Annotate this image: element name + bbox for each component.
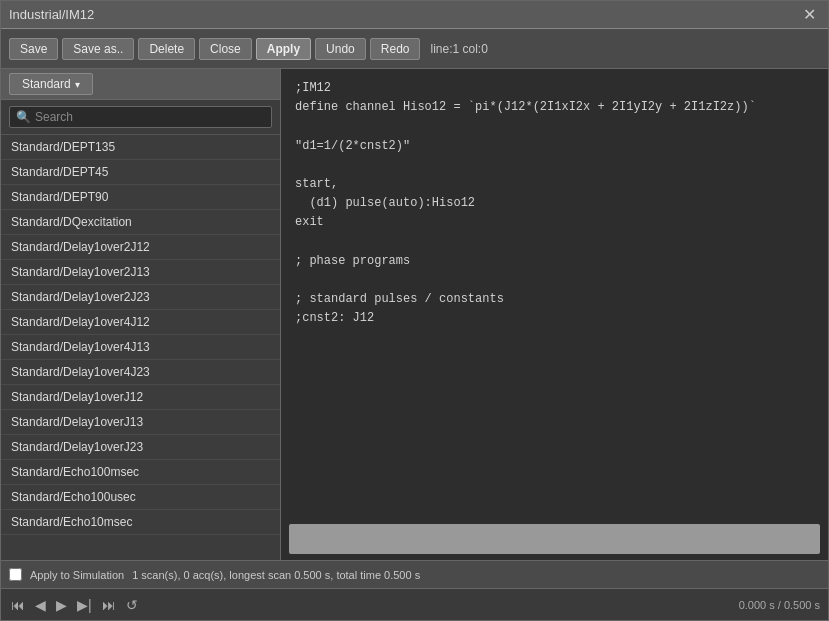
save-as-button[interactable]: Save as..	[62, 38, 134, 60]
apply-button[interactable]: Apply	[256, 38, 311, 60]
progress-bar	[289, 524, 820, 554]
right-panel: ;IM12 define channel Hiso12 = `pi*(J12*(…	[281, 69, 828, 560]
search-bar: 🔍	[1, 100, 280, 135]
left-panel: Standard ▾ 🔍 Standard/DEPT135Standard/DE…	[1, 69, 281, 560]
list-item[interactable]: Standard/Echo100usec	[1, 485, 280, 510]
reset-button[interactable]: ↺	[124, 595, 140, 615]
skip-forward-button[interactable]: ⏭	[100, 595, 118, 615]
time-display: 0.000 s / 0.500 s	[739, 599, 820, 611]
status-bar: Apply to Simulation 1 scan(s), 0 acq(s),…	[1, 560, 828, 588]
dropdown-label: Standard	[22, 77, 71, 91]
skip-back-button[interactable]: ⏮	[9, 595, 27, 615]
undo-button[interactable]: Undo	[315, 38, 366, 60]
list-item[interactable]: Standard/Delay1over4J23	[1, 360, 280, 385]
cursor-position: line:1 col:0	[430, 42, 487, 56]
list-item[interactable]: Standard/DEPT45	[1, 160, 280, 185]
scan-info: 1 scan(s), 0 acq(s), longest scan 0.500 …	[132, 569, 420, 581]
save-button[interactable]: Save	[9, 38, 58, 60]
standard-dropdown[interactable]: Standard ▾	[9, 73, 93, 95]
list-item[interactable]: Standard/DQexcitation	[1, 210, 280, 235]
playback-controls: ⏮ ◀ ▶ ▶| ⏭ ↺	[9, 595, 140, 615]
apply-simulation-label: Apply to Simulation	[30, 569, 124, 581]
code-editor[interactable]: ;IM12 define channel Hiso12 = `pi*(J12*(…	[281, 69, 828, 518]
delete-button[interactable]: Delete	[138, 38, 195, 60]
list-item[interactable]: Standard/Delay1overJ13	[1, 410, 280, 435]
chevron-down-icon: ▾	[75, 79, 80, 90]
toolbar: Save Save as.. Delete Close Apply Undo R…	[1, 29, 828, 69]
list-item[interactable]: Standard/Delay1overJ12	[1, 385, 280, 410]
search-input[interactable]	[35, 110, 265, 124]
list-item[interactable]: Standard/Delay1over2J13	[1, 260, 280, 285]
list-item[interactable]: Standard/Delay1overJ23	[1, 435, 280, 460]
list-item[interactable]: Standard/DEPT135	[1, 135, 280, 160]
list-item[interactable]: Standard/Delay1over4J12	[1, 310, 280, 335]
list-item[interactable]: Standard/Echo10msec	[1, 510, 280, 535]
bottom-toolbar: ⏮ ◀ ▶ ▶| ⏭ ↺ 0.000 s / 0.500 s	[1, 588, 828, 620]
list-item[interactable]: Standard/Echo100msec	[1, 460, 280, 485]
main-content: Standard ▾ 🔍 Standard/DEPT135Standard/DE…	[1, 69, 828, 560]
step-forward-button[interactable]: ▶|	[75, 595, 94, 615]
search-icon: 🔍	[16, 110, 31, 124]
close-window-button[interactable]: ✕	[799, 7, 820, 23]
dialog-title: Industrial/IM12	[9, 7, 94, 22]
dropdown-bar: Standard ▾	[1, 69, 280, 100]
play-button[interactable]: ▶	[54, 595, 69, 615]
step-back-button[interactable]: ◀	[33, 595, 48, 615]
list-item[interactable]: Standard/DEPT90	[1, 185, 280, 210]
list-item[interactable]: Standard/Delay1over2J23	[1, 285, 280, 310]
main-dialog: Industrial/IM12 ✕ Save Save as.. Delete …	[0, 0, 829, 621]
item-list: Standard/DEPT135Standard/DEPT45Standard/…	[1, 135, 280, 560]
close-button[interactable]: Close	[199, 38, 252, 60]
redo-button[interactable]: Redo	[370, 38, 421, 60]
list-item[interactable]: Standard/Delay1over2J12	[1, 235, 280, 260]
apply-simulation-checkbox[interactable]	[9, 568, 22, 581]
list-item[interactable]: Standard/Delay1over4J13	[1, 335, 280, 360]
search-wrapper: 🔍	[9, 106, 272, 128]
title-bar: Industrial/IM12 ✕	[1, 1, 828, 29]
